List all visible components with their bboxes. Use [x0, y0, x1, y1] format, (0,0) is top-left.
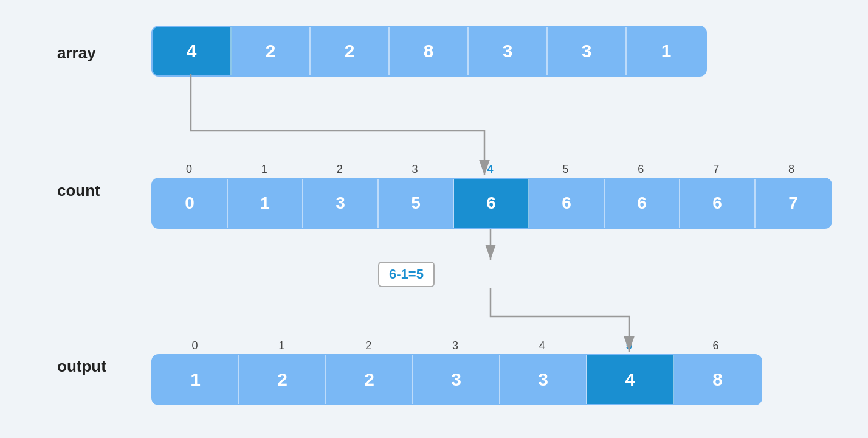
- array-row: 4228331: [151, 26, 707, 77]
- array-cell: 3: [548, 27, 627, 75]
- output-row: 1223348: [151, 354, 762, 405]
- output-index-label: 6: [672, 339, 759, 352]
- output-cell: 3: [413, 355, 500, 404]
- output-indices: 0123456: [151, 339, 759, 352]
- output-cell: 2: [326, 355, 413, 404]
- diagram: array 4228331 count 012345678 013566667 …: [39, 12, 829, 426]
- output-index-label: 3: [412, 339, 499, 352]
- output-cell: 4: [587, 355, 674, 404]
- count-label: count: [57, 181, 100, 200]
- count-index-label: 4: [453, 163, 528, 176]
- count-index-label: 2: [302, 163, 377, 176]
- count-index-label: 5: [528, 163, 603, 176]
- arrow-array-to-count: [191, 74, 484, 175]
- count-index-label: 1: [227, 163, 302, 176]
- output-cell: 1: [153, 355, 239, 404]
- count-index-label: 8: [754, 163, 829, 176]
- count-cell: 7: [756, 179, 831, 228]
- count-row: 013566667: [151, 178, 832, 229]
- count-cell: 6: [605, 179, 680, 228]
- array-cell: 8: [390, 27, 469, 75]
- array-cell: 2: [232, 27, 311, 75]
- count-cell: 3: [303, 179, 379, 228]
- count-cell: 0: [153, 179, 228, 228]
- output-cell: 3: [500, 355, 587, 404]
- output-cell: 8: [674, 355, 761, 404]
- count-index-label: 7: [678, 163, 754, 176]
- array-cell: 3: [469, 27, 548, 75]
- output-label: output: [57, 357, 106, 376]
- output-index-label: 1: [238, 339, 325, 352]
- count-index-label: 0: [151, 163, 227, 176]
- count-cell: 6: [454, 179, 529, 228]
- count-cell: 6: [680, 179, 756, 228]
- array-cell: 1: [627, 27, 706, 75]
- output-index-label: 4: [498, 339, 585, 352]
- array-cell: 4: [153, 27, 232, 75]
- output-cell: 2: [239, 355, 326, 404]
- count-cell: 6: [529, 179, 605, 228]
- count-cell: 1: [228, 179, 303, 228]
- array-label: array: [57, 44, 96, 63]
- output-index-label: 2: [325, 339, 412, 352]
- count-index-label: 6: [603, 163, 678, 176]
- formula-box: 6-1=5: [378, 262, 435, 287]
- count-indices: 012345678: [151, 163, 829, 176]
- output-index-label: 0: [151, 339, 238, 352]
- output-index-label: 5: [585, 339, 672, 352]
- count-index-label: 3: [377, 163, 453, 176]
- array-cell: 2: [311, 27, 390, 75]
- count-cell: 5: [379, 179, 454, 228]
